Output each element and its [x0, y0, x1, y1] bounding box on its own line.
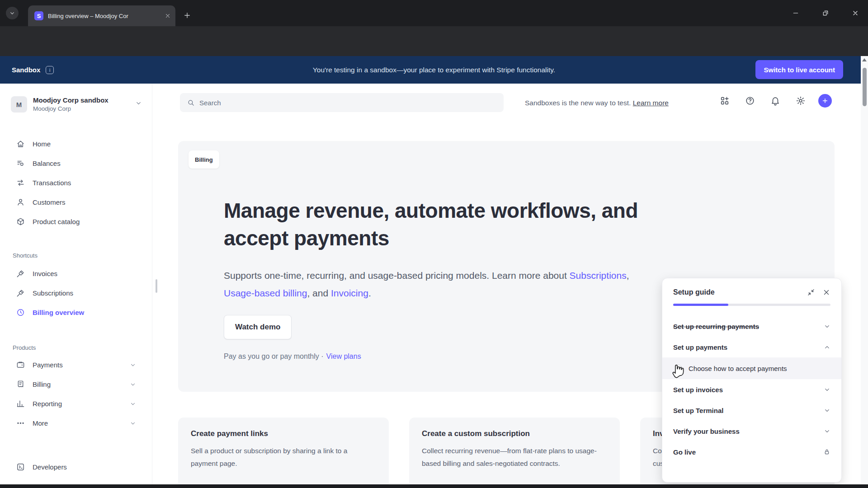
desc-text: , and: [307, 288, 331, 298]
bar-chart-icon: [16, 399, 25, 408]
learn-more-link[interactable]: Learn more: [633, 99, 669, 107]
sidebar-item-transactions[interactable]: Transactions: [0, 173, 152, 192]
hand-cursor: [670, 361, 687, 379]
window-close-button[interactable]: [845, 5, 866, 22]
setup-guide-title: Setup guide: [673, 288, 715, 296]
new-tab-button[interactable]: [180, 8, 194, 23]
chevron-down-icon: [9, 9, 16, 17]
close-icon: [852, 9, 859, 17]
sidebar-item-invoices[interactable]: Invoices: [0, 264, 152, 283]
window-restore-button[interactable]: [815, 5, 836, 22]
help-icon[interactable]: [745, 96, 755, 106]
sidebar-item-product-catalog[interactable]: Product catalog: [0, 212, 152, 231]
sidebar-item-label: Customers: [33, 198, 66, 206]
bell-icon[interactable]: [770, 96, 780, 106]
setup-item-label: Set up payments: [673, 343, 727, 351]
sidebar-item-balances[interactable]: Balances: [0, 154, 152, 173]
sidebar-scrollbar-thumb[interactable]: [156, 279, 157, 293]
setup-item-label: Go live: [673, 448, 696, 456]
card-description: Sell a product or subscription by sharin…: [191, 445, 376, 470]
clock-icon: [16, 308, 25, 317]
setup-item-recurring-payments[interactable]: Set up recurring payments: [662, 316, 841, 337]
sidebar-item-label: Invoices: [33, 270, 57, 277]
search-input[interactable]: Search: [180, 93, 504, 112]
setup-item-verify-business[interactable]: Verify your business: [662, 421, 841, 441]
sidebar-item-customers[interactable]: Customers: [0, 192, 152, 212]
gear-icon[interactable]: [796, 96, 806, 106]
sandboxes-notice: Sandboxes is the new way to test. Learn …: [525, 99, 706, 107]
sidebar-item-billing-overview[interactable]: Billing overview: [0, 303, 152, 322]
sidebar-item-reporting[interactable]: Reporting: [0, 394, 152, 413]
chevron-down-icon: [824, 407, 830, 414]
usage-based-billing-link[interactable]: Usage-based billing: [224, 288, 307, 298]
setup-item-terminal[interactable]: Set up Terminal: [662, 400, 841, 421]
desc-text: .: [368, 288, 371, 298]
sidebar-item-label: Balances: [33, 160, 61, 167]
card-create-custom-subscription[interactable]: Create a custom subscription Collect rec…: [409, 418, 620, 488]
account-switcher[interactable]: M Moodjoy Corp sandbox Moodjoy Corp: [11, 96, 142, 113]
setup-item-label: Verify your business: [673, 427, 740, 435]
setup-item-payments[interactable]: Set up payments: [662, 337, 841, 357]
sidebar-item-subscriptions[interactable]: Subscriptions: [0, 283, 152, 303]
pin-icon: [16, 289, 25, 297]
chevron-down-icon: [135, 100, 142, 107]
notice-text: Sandboxes is the new way to test.: [525, 99, 633, 107]
account-org: Moodjoy Corp: [33, 105, 108, 112]
chevron-down-icon: [130, 401, 136, 407]
browser-tab-strip: S Billing overview – Moodjoy Cor: [0, 0, 868, 26]
watch-demo-button[interactable]: Watch demo: [224, 315, 292, 339]
invoice-icon: [16, 380, 25, 389]
view-plans-link[interactable]: View plans: [326, 352, 361, 360]
stripe-favicon: S: [34, 11, 43, 20]
browser-tab[interactable]: S Billing overview – Moodjoy Cor: [28, 5, 175, 26]
sidebar-item-billing[interactable]: Billing: [0, 375, 152, 394]
chevron-down-icon: [824, 323, 830, 330]
pricing-note: Pay as you go or pay monthly ·View plans: [224, 352, 361, 361]
sidebar-item-label: Reporting: [33, 400, 62, 408]
scrollbar-thumb[interactable]: [863, 68, 867, 106]
setup-item-invoices[interactable]: Set up invoices: [662, 379, 841, 400]
collapse-icon[interactable]: [807, 288, 815, 296]
card-create-payment-links[interactable]: Create payment links Sell a product or s…: [178, 418, 389, 488]
apps-grid-icon[interactable]: [720, 96, 730, 106]
minimize-icon: [792, 9, 799, 17]
plus-icon: [183, 11, 191, 19]
setup-guide-panel: Setup guide Set up recurring payments Se…: [662, 278, 842, 483]
customers-icon: [16, 198, 25, 206]
info-icon[interactable]: i: [46, 66, 54, 74]
card-title: Create a custom subscription: [422, 429, 607, 438]
product-catalog-icon: [16, 217, 25, 226]
desc-text: Supports one-time, recurring, and usage-…: [224, 270, 570, 281]
close-icon[interactable]: [822, 288, 830, 296]
search-icon: [187, 99, 195, 107]
setup-substep-choose-how-to-accept-payments[interactable]: Choose how to accept payments: [662, 357, 841, 379]
sidebar-item-more[interactable]: More: [0, 413, 152, 433]
tab-close-icon[interactable]: [165, 13, 171, 19]
sidebar-item-payments[interactable]: Payments: [0, 355, 152, 375]
create-button[interactable]: [818, 94, 832, 108]
invoicing-link[interactable]: Invoicing: [331, 288, 368, 298]
sidebar-section-shortcuts: Shortcuts: [13, 252, 38, 259]
setup-substep-label: Choose how to accept payments: [689, 365, 787, 372]
sidebar-item-label: Product catalog: [33, 218, 80, 225]
chevron-down-icon: [824, 386, 830, 393]
tab-search-button[interactable]: [6, 7, 19, 19]
chevron-down-icon: [130, 420, 136, 427]
setup-item-label: Set up Terminal: [673, 407, 723, 414]
sidebar-item-label: Subscriptions: [33, 289, 73, 297]
sidebar-item-label: Billing: [33, 380, 51, 388]
page-scrollbar[interactable]: [861, 56, 868, 485]
card-description: Collect recurring revenue—from flat-rate…: [422, 445, 607, 470]
setup-item-go-live[interactable]: Go live: [662, 441, 841, 462]
sandbox-label: Sandbox: [12, 66, 40, 74]
subscriptions-link[interactable]: Subscriptions: [570, 270, 627, 281]
scrollbar-up-arrow[interactable]: [862, 58, 867, 61]
sidebar-item-developers[interactable]: Developers: [0, 457, 152, 477]
switch-to-live-button[interactable]: Switch to live account: [755, 60, 843, 79]
desc-text: ,: [627, 270, 629, 281]
sandbox-banner: Sandbox i You're testing in a sandbox—yo…: [0, 56, 868, 84]
sidebar-item-label: Billing overview: [33, 309, 84, 316]
window-minimize-button[interactable]: [785, 5, 806, 22]
developers-icon: [16, 463, 25, 471]
sidebar-item-home[interactable]: Home: [0, 134, 152, 154]
